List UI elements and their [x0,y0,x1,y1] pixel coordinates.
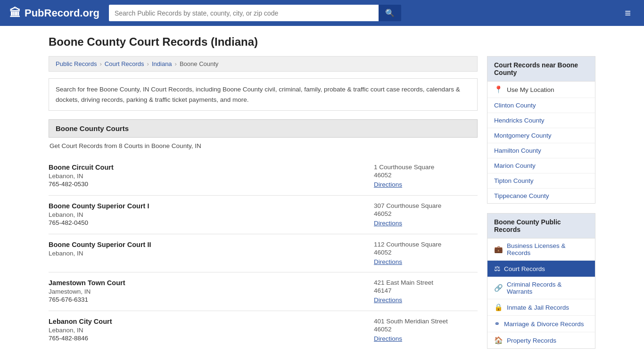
court-address: 1 Courthouse Square [374,164,478,171]
court-address: 307 Courthouse Square [374,202,478,209]
breadcrumb-boone-county: Boone County [180,60,218,67]
court-zip: 46052 [374,249,478,256]
breadcrumb-sep-1: › [99,60,101,67]
search-button[interactable]: 🔍 [379,5,401,21]
court-city: Lebanon, IN [49,211,364,218]
breadcrumb-sep-3: › [175,60,177,67]
site-logo[interactable]: 🏛 PubRecord.org [9,7,99,20]
courts-list: Boone Circuit Court Lebanon, IN 765-482-… [49,157,478,349]
public-records-item[interactable]: 💼 Business Licenses & Records [487,239,595,261]
nearby-county-item[interactable]: Hamilton County [487,143,595,158]
search-bar: 🔍 [109,5,401,21]
breadcrumb-public-records[interactable]: Public Records [56,60,97,67]
public-records-item[interactable]: 🔒 Inmate & Jail Records [487,299,595,316]
record-icon: ⚭ [494,320,500,328]
court-zip: 46052 [374,326,478,333]
breadcrumb-court-records[interactable]: Court Records [105,60,144,67]
court-right: 1 Courthouse Square 46052 Directions [374,164,478,189]
court-name: Boone Circuit Court [49,164,364,171]
directions-link[interactable]: Directions [374,296,402,304]
use-my-location[interactable]: 📍 Use My Location [487,82,595,98]
court-phone: 765-482-0450 [49,219,364,226]
public-records-item[interactable]: ⚖ Court Records [487,261,595,277]
public-records-section: Boone County Public Records 💼 Business L… [487,213,595,349]
logo-icon: 🏛 [9,7,21,20]
record-icon: 🔗 [494,284,503,292]
court-zip: 46052 [374,172,478,179]
court-entry: Lebanon City Court Lebanon, IN 765-482-8… [49,311,478,349]
nearby-section: Court Records near Boone County 📍 Use My… [487,56,595,204]
court-right: 401 South Meridian Street 46052 Directio… [374,318,478,343]
directions-link[interactable]: Directions [374,220,402,227]
record-label: Business Licenses & Records [507,242,588,256]
page-description: Search for free Boone County, IN Court R… [49,78,478,111]
main-container: Boone County Court Records (Indiana) Pub… [39,26,605,362]
directions-link[interactable]: Directions [374,258,402,265]
record-icon: ⚖ [494,264,500,273]
court-entry: Boone County Superior Court I Lebanon, I… [49,196,478,234]
nearby-county-item[interactable]: Marion County [487,158,595,173]
courts-section-subtitle: Get Court Records from 8 Courts in Boone… [49,142,478,149]
court-phone: 765-482-0530 [49,181,364,188]
court-zip: 46147 [374,287,478,294]
court-phone: 765-676-6331 [49,296,364,303]
nearby-county-item[interactable]: Tipton County [487,173,595,189]
court-phone: 765-482-8846 [49,335,364,342]
use-my-location-label: Use My Location [507,86,554,93]
nearby-county-item[interactable]: Hendricks County [487,113,595,128]
breadcrumb-indiana[interactable]: Indiana [152,60,172,67]
content-layout: Public Records › Court Records › Indiana… [49,56,595,358]
court-left: Lebanon City Court Lebanon, IN 765-482-8… [49,318,364,343]
breadcrumb: Public Records › Court Records › Indiana… [49,56,478,72]
court-right: 421 East Main Street 46147 Directions [374,279,478,304]
public-records-list: 💼 Business Licenses & Records ⚖ Court Re… [487,239,595,348]
court-city: Lebanon, IN [49,173,364,180]
record-label: Marriage & Divorce Records [504,321,584,328]
main-content: Public Records › Court Records › Indiana… [49,56,478,349]
directions-link[interactable]: Directions [374,181,402,188]
public-records-item[interactable]: ⚭ Marriage & Divorce Records [487,316,595,332]
record-icon: 🔒 [494,303,503,312]
page-title: Boone County Court Records (Indiana) [49,35,595,49]
breadcrumb-sep-2: › [147,60,149,67]
record-icon: 💼 [494,245,503,254]
public-records-item[interactable]: 🏠 Property Records [487,332,595,348]
nearby-county-item[interactable]: Tippecanoe County [487,189,595,203]
court-city: Lebanon, IN [49,250,364,257]
court-name: Lebanon City Court [49,318,364,325]
court-right: 112 Courthouse Square 46052 Directions [374,241,478,265]
nearby-section-header: Court Records near Boone County [487,57,595,82]
court-entry: Boone County Superior Court II Lebanon, … [49,234,478,272]
court-zip: 46052 [374,210,478,217]
court-address: 401 South Meridian Street [374,318,478,325]
nearby-county-item[interactable]: Clinton County [487,98,595,113]
court-entry: Jamestown Town Court Jamestown, IN 765-6… [49,272,478,311]
court-left: Boone Circuit Court Lebanon, IN 765-482-… [49,164,364,189]
site-header: 🏛 PubRecord.org 🔍 ≡ [0,0,644,26]
public-records-header: Boone County Public Records [487,214,595,239]
court-entry: Boone Circuit Court Lebanon, IN 765-482-… [49,157,478,196]
court-address: 112 Courthouse Square [374,241,478,248]
search-input[interactable] [109,5,379,21]
court-city: Lebanon, IN [49,327,364,334]
court-address: 421 East Main Street [374,279,478,286]
logo-text: PubRecord.org [25,7,99,19]
record-label: Court Records [504,265,545,272]
nearby-counties-list: Clinton CountyHendricks CountyMontgomery… [487,98,595,203]
record-icon: 🏠 [494,336,503,345]
court-left: Jamestown Town Court Jamestown, IN 765-6… [49,279,364,304]
record-label: Criminal Records & Warrants [507,281,588,295]
court-name: Jamestown Town Court [49,279,364,287]
menu-button[interactable]: ≡ [621,5,635,21]
court-name: Boone County Superior Court II [49,241,364,248]
location-icon: 📍 [494,85,503,94]
directions-link[interactable]: Directions [374,335,402,342]
nearby-county-item[interactable]: Montgomery County [487,128,595,143]
court-left: Boone County Superior Court II Lebanon, … [49,241,364,265]
court-right: 307 Courthouse Square 46052 Directions [374,202,478,227]
courts-section-header: Boone County Courts [49,119,478,138]
sidebar: Court Records near Boone County 📍 Use My… [487,56,595,358]
public-records-item[interactable]: 🔗 Criminal Records & Warrants [487,277,595,299]
court-city: Jamestown, IN [49,288,364,295]
record-label: Inmate & Jail Records [507,304,569,311]
